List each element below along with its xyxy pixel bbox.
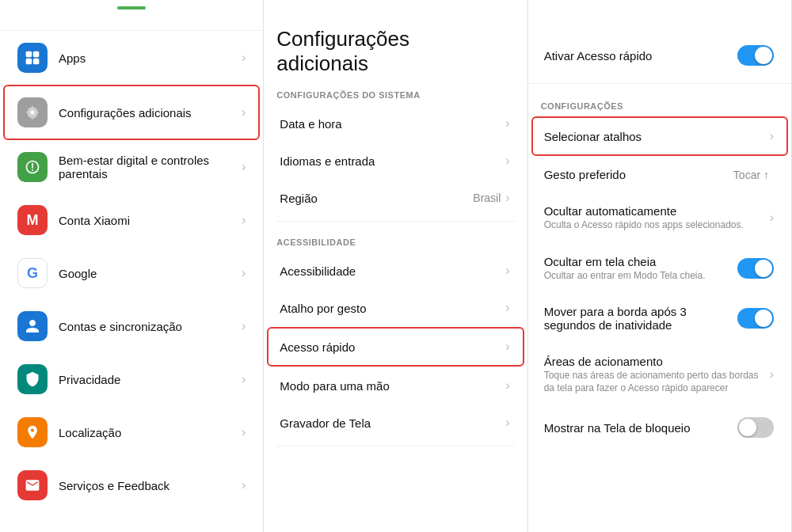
- google-icon: G: [17, 258, 48, 288]
- localizacao-icon: [17, 417, 48, 447]
- servicos-icon: [17, 470, 48, 500]
- panel3-top-section: Ativar Acesso rápido: [528, 33, 791, 90]
- sidebar-item-apps[interactable]: Apps›: [5, 32, 258, 84]
- google-label: Google: [59, 267, 242, 280]
- gravador-label: Gravador de Tela: [280, 416, 505, 430]
- ocultar-auto-label: Ocultar automaticamente: [544, 204, 770, 218]
- panel-config-adicionais: Configuraçõesadicionais CONFIGURAÇÕES DO…: [264, 0, 527, 532]
- ocultar-tela-toggle[interactable]: [737, 258, 774, 279]
- areas-acionamento-label: Áreas de acionamento: [544, 355, 770, 368]
- svg-rect-3: [33, 59, 40, 65]
- menu-item-acessibilidade[interactable]: Acessibilidade›: [268, 253, 522, 289]
- menu-item-ocultar-tela[interactable]: Ocultar em tela cheiaOcultar ao entrar e…: [533, 244, 786, 294]
- gesto-preferido-value: Tocar ↑: [733, 169, 769, 181]
- conta-xiaomi-icon: M: [17, 205, 48, 235]
- menu-item-areas-acionamento[interactable]: Áreas de acionamentoToque nas áreas de a…: [533, 344, 786, 405]
- menu-item-selecionar-atalhos[interactable]: Selecionar atalhos›: [531, 116, 788, 156]
- acesso-rapido-chevron-icon: ›: [505, 340, 509, 354]
- sidebar-item-servicos[interactable]: Serviços e Feedback›: [5, 459, 258, 511]
- acesso-rapido-label: Acesso rápido: [280, 340, 505, 354]
- bem-estar-label: Bem-estar digital e controles parentais: [59, 154, 242, 180]
- svg-rect-0: [26, 51, 32, 58]
- sidebar-item-bem-estar[interactable]: Bem-estar digital e controles parentais›: [5, 141, 258, 193]
- ocultar-auto-sub: Oculta o Acesso rápido nos apps selecion…: [544, 219, 770, 232]
- menu-item-idiomas[interactable]: Idiomas e entrada›: [268, 142, 522, 179]
- regiao-chevron-icon: ›: [505, 191, 509, 205]
- panel1-list: Apps›Configurações adicionais›Bem-estar …: [0, 31, 263, 512]
- atalho-gesto-label: Atalho por gesto: [280, 302, 505, 315]
- activate-access-toggle[interactable]: [737, 45, 774, 66]
- apps-chevron-icon: ›: [242, 51, 246, 65]
- ocultar-tela-label: Ocultar em tela cheia: [544, 255, 737, 268]
- regiao-value: Brasil: [473, 192, 501, 204]
- areas-acionamento-chevron-icon: ›: [770, 367, 774, 382]
- modo-uma-mao-label: Modo para uma mão: [280, 379, 505, 393]
- config-adicionais-chevron-icon: ›: [242, 105, 246, 120]
- menu-item-mover-borda[interactable]: Mover para a borda após 3 segundos de in…: [533, 294, 786, 343]
- menu-item-gesto-preferido[interactable]: Gesto preferidoTocar ↑: [533, 157, 786, 192]
- acessibilidade-label: Acessibilidade: [280, 264, 505, 278]
- mostrar-bloqueio-toggle[interactable]: [737, 417, 774, 438]
- panel2-title: Configuraçõesadicionais: [264, 14, 527, 79]
- panel-settings: Apps›Configurações adicionais›Bem-estar …: [0, 0, 264, 532]
- privacidade-icon: [17, 364, 48, 394]
- privacidade-chevron-icon: ›: [242, 372, 246, 386]
- panel3-back[interactable]: [528, 0, 791, 14]
- menu-item-mostrar-bloqueio[interactable]: Mostrar na Tela de bloqueio: [533, 406, 786, 449]
- sidebar-item-config-adicionais[interactable]: Configurações adicionais›: [3, 85, 260, 140]
- localizacao-chevron-icon: ›: [242, 425, 246, 439]
- ocultar-auto-chevron-icon: ›: [770, 211, 774, 225]
- conta-xiaomi-label: Conta Xiaomi: [59, 214, 242, 227]
- sidebar-item-google[interactable]: GGoogle›: [5, 247, 258, 299]
- activate-access-item[interactable]: Ativar Acesso rápido: [533, 34, 786, 77]
- bem-estar-chevron-icon: ›: [242, 160, 246, 174]
- panel2-list: CONFIGURAÇÕES DO SISTEMAData e hora›Idio…: [264, 79, 527, 451]
- modo-uma-mao-chevron-icon: ›: [505, 378, 509, 393]
- servicos-label: Serviços e Feedback: [59, 479, 242, 492]
- sidebar-item-localizacao[interactable]: Localização›: [5, 406, 258, 458]
- google-chevron-icon: ›: [242, 266, 246, 280]
- selecionar-atalhos-chevron-icon: ›: [770, 129, 774, 143]
- svg-rect-1: [33, 51, 40, 58]
- mostrar-bloqueio-label: Mostrar na Tela de bloqueio: [544, 421, 737, 435]
- menu-item-ocultar-auto[interactable]: Ocultar automaticamenteOculta o Acesso r…: [533, 193, 786, 243]
- panel3-list: CONFIGURAÇÕESSelecionar atalhos›Gesto pr…: [528, 90, 791, 450]
- menu-item-gravador[interactable]: Gravador de Tela›: [268, 405, 522, 441]
- privacidade-label: Privacidade: [59, 373, 242, 386]
- menu-item-acesso-rapido[interactable]: Acesso rápido›: [267, 327, 524, 367]
- panel3-title: [528, 14, 791, 33]
- section-label-configurações-do-sistema: CONFIGURAÇÕES DO SISTEMA: [264, 79, 527, 104]
- menu-item-modo-uma-mao[interactable]: Modo para uma mão›: [268, 367, 522, 404]
- sidebar-item-conta-xiaomi[interactable]: MConta Xiaomi›: [5, 194, 258, 246]
- svg-rect-2: [26, 59, 32, 65]
- panel-acesso-rapido: Ativar Acesso rápido CONFIGURAÇÕESSeleci…: [528, 0, 792, 532]
- menu-item-regiao[interactable]: RegiãoBrasil›: [268, 180, 522, 216]
- panel1-title: [0, 10, 263, 31]
- sidebar-item-contas[interactable]: Contas e sincronização›: [5, 300, 258, 352]
- ocultar-tela-sub: Ocultar ao entrar em Modo Tela cheia.: [544, 270, 737, 283]
- areas-acionamento-sub: Toque nas áreas de acionamento perto das…: [544, 370, 770, 394]
- servicos-chevron-icon: ›: [242, 478, 246, 492]
- idiomas-label: Idiomas e entrada: [280, 154, 505, 168]
- config-adicionais-icon: [17, 97, 48, 127]
- acessibilidade-chevron-icon: ›: [505, 264, 509, 278]
- apps-label: Apps: [59, 51, 242, 65]
- mover-borda-label: Mover para a borda após 3 segundos de in…: [544, 305, 737, 332]
- conta-xiaomi-chevron-icon: ›: [242, 213, 246, 227]
- mover-borda-toggle[interactable]: [737, 308, 774, 329]
- idiomas-chevron-icon: ›: [505, 154, 509, 168]
- contas-chevron-icon: ›: [242, 319, 246, 333]
- localizacao-label: Localização: [59, 426, 242, 439]
- menu-item-data-hora[interactable]: Data e hora›: [268, 105, 522, 142]
- data-hora-chevron-icon: ›: [505, 116, 509, 131]
- section-label-config: CONFIGURAÇÕES: [528, 90, 791, 116]
- sidebar-item-privacidade[interactable]: Privacidade›: [5, 353, 258, 405]
- panel2-back[interactable]: [264, 0, 527, 14]
- apps-icon: [17, 43, 48, 73]
- bem-estar-icon: [17, 152, 48, 182]
- activate-access-label: Ativar Acesso rápido: [544, 49, 737, 63]
- config-adicionais-label: Configurações adicionais: [59, 106, 242, 120]
- regiao-label: Região: [280, 192, 473, 205]
- section-label-acessibilidade: ACESSIBILIDADE: [264, 226, 527, 252]
- menu-item-atalho-gesto[interactable]: Atalho por gesto›: [268, 290, 522, 326]
